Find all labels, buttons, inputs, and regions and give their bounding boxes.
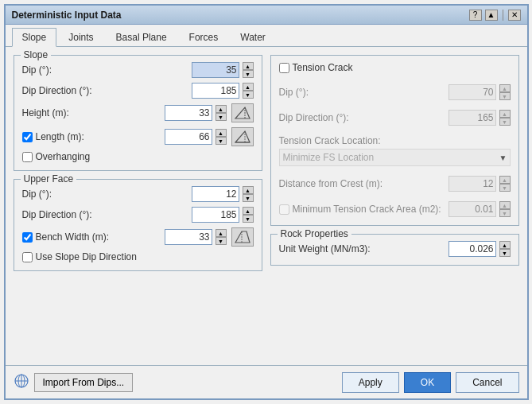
left-panel: Slope Dip (°): ▲ ▼ Dip Direction (°): — [14, 55, 262, 360]
cancel-button[interactable]: Cancel — [456, 372, 518, 393]
slope-dip-up[interactable]: ▲ — [243, 62, 254, 70]
slope-dip-dir-spinner: ▲ ▼ — [243, 83, 254, 99]
slope-length-input[interactable] — [165, 129, 212, 145]
slope-height-input[interactable] — [165, 105, 212, 121]
ok-button[interactable]: OK — [404, 372, 451, 393]
use-slope-dip-text: Use Slope Dip Direction — [36, 251, 137, 262]
tc-dip-down[interactable]: ▼ — [499, 92, 511, 100]
upper-dip-label: Dip (°): — [22, 188, 192, 200]
slope-dip-row: Dip (°): ▲ ▼ — [22, 62, 254, 78]
bench-width-checkbox[interactable] — [22, 232, 33, 243]
tab-slope[interactable]: Slope — [12, 28, 57, 47]
upper-face-group: Upper Face Dip (°): ▲ ▼ Dip Direction (°… — [14, 179, 262, 271]
slope-dip-dir-input[interactable] — [192, 83, 239, 99]
upper-face-title: Upper Face — [21, 173, 77, 185]
slope-dip-input-wrap: ▲ ▼ — [192, 62, 254, 78]
tc-dip-dir-spinner: ▲ ▼ — [499, 110, 511, 126]
upper-dip-row: Dip (°): ▲ ▼ — [22, 186, 254, 202]
tc-min-area-wrap: ▲ ▼ — [449, 201, 511, 217]
slope-dip-input[interactable] — [192, 62, 239, 78]
tc-min-area-checkbox[interactable] — [279, 204, 289, 215]
slope-dip-dir-up[interactable]: ▲ — [243, 83, 254, 91]
tc-min-area-check-label[interactable]: Minimum Tension Crack Area (m2): — [279, 204, 449, 215]
bench-width-row: Bench Width (m): ▲ ▼ — [22, 227, 254, 247]
tc-min-area-down[interactable]: ▼ — [499, 209, 511, 217]
overhanging-checkbox[interactable] — [22, 152, 33, 162]
overhanging-check-label[interactable]: Overhanging — [22, 151, 91, 162]
tension-crack-checkbox[interactable] — [279, 63, 289, 73]
bench-width-up[interactable]: ▲ — [216, 229, 227, 237]
svg-marker-2 — [235, 131, 250, 142]
slope-length-wrap: ▲ ▼ — [165, 127, 254, 146]
tab-water[interactable]: Water — [230, 28, 276, 46]
slope-height-diagram[interactable] — [231, 103, 254, 122]
slope-length-up[interactable]: ▲ — [216, 129, 227, 137]
tc-min-area-input[interactable] — [449, 201, 496, 217]
upper-dip-dir-label: Dip Direction (°): — [22, 209, 192, 220]
unit-weight-up[interactable]: ▲ — [499, 241, 511, 249]
import-button[interactable]: Import From Dips... — [34, 373, 134, 392]
tab-basal-plane[interactable]: Basal Plane — [106, 28, 177, 46]
unit-weight-down[interactable]: ▼ — [499, 249, 511, 257]
bench-width-label: Bench Width (m): — [36, 231, 110, 243]
help-button[interactable]: ? — [469, 10, 482, 21]
upper-dip-input[interactable] — [192, 186, 239, 202]
slope-length-check-label[interactable]: Length (m): — [22, 131, 165, 142]
slope-height-row: Height (m): ▲ ▼ — [22, 103, 254, 122]
tc-location-row: Tension Crack Location: Minimize FS Loca… — [279, 135, 511, 166]
upper-dip-dir-spinner: ▲ ▼ — [243, 207, 254, 223]
slope-length-checkbox[interactable] — [22, 132, 33, 142]
use-slope-dip-label[interactable]: Use Slope Dip Direction — [22, 251, 137, 262]
tc-dip-dir-label: Dip Direction (°): — [279, 112, 449, 123]
upper-dip-dir-down[interactable]: ▼ — [243, 215, 254, 223]
tc-min-area-spinner: ▲ ▼ — [499, 201, 511, 217]
bench-width-down[interactable]: ▼ — [216, 237, 227, 245]
bench-diagram[interactable] — [231, 227, 254, 247]
slope-dip-dir-down[interactable]: ▼ — [243, 91, 254, 99]
tc-dip-input[interactable] — [449, 84, 496, 100]
footer-left: Import From Dips... — [14, 373, 134, 392]
unit-weight-spinner: ▲ ▼ — [499, 241, 511, 257]
bench-width-input[interactable] — [165, 229, 212, 245]
slope-group: Slope Dip (°): ▲ ▼ Dip Direction (°): — [14, 55, 262, 171]
close-button[interactable]: ✕ — [508, 10, 521, 21]
tc-dip-dir-input[interactable] — [449, 110, 496, 126]
upper-dip-down[interactable]: ▼ — [243, 194, 254, 202]
tc-dip-dir-down[interactable]: ▼ — [499, 118, 511, 126]
tc-location-select[interactable]: Minimize FS Location — [279, 149, 511, 166]
rock-properties-group: Rock Properties Unit Weight (MN/m3): ▲ ▼ — [270, 234, 519, 266]
main-content: Slope Dip (°): ▲ ▼ Dip Direction (°): — [6, 47, 527, 368]
slope-dip-down[interactable]: ▼ — [243, 70, 254, 78]
slope-height-down[interactable]: ▼ — [216, 113, 227, 121]
bench-width-check-label[interactable]: Bench Width (m): — [22, 231, 165, 243]
upper-dip-dir-up[interactable]: ▲ — [243, 207, 254, 215]
slope-dip-dir-wrap: ▲ ▼ — [192, 83, 254, 99]
unit-weight-input[interactable] — [449, 241, 496, 257]
use-slope-dip-checkbox[interactable] — [22, 252, 33, 262]
tc-dip-up[interactable]: ▲ — [499, 84, 511, 92]
slope-length-down[interactable]: ▼ — [216, 137, 227, 145]
apply-button[interactable]: Apply — [342, 372, 399, 393]
slope-length-diagram[interactable] — [231, 127, 254, 146]
unit-weight-row: Unit Weight (MN/m3): ▲ ▼ — [279, 241, 511, 257]
unit-weight-label: Unit Weight (MN/m3): — [279, 243, 449, 254]
tc-min-area-up[interactable]: ▲ — [499, 201, 511, 209]
slope-group-title: Slope — [21, 49, 52, 60]
svg-marker-0 — [235, 107, 250, 118]
tc-distance-down[interactable]: ▼ — [499, 184, 511, 192]
tc-dip-dir-up[interactable]: ▲ — [499, 110, 511, 118]
tc-location-label: Tension Crack Location: — [279, 135, 381, 146]
upper-dip-up[interactable]: ▲ — [243, 186, 254, 194]
upper-dip-dir-input[interactable] — [192, 207, 239, 223]
tc-distance-up[interactable]: ▲ — [499, 176, 511, 184]
slope-height-up[interactable]: ▲ — [216, 105, 227, 113]
tension-crack-check-label[interactable]: Tension Crack — [279, 62, 353, 73]
slope-height-label: Height (m): — [22, 107, 165, 118]
minimize-button[interactable]: ▲ — [485, 10, 498, 21]
tab-joints[interactable]: Joints — [58, 28, 103, 46]
tc-distance-input[interactable] — [449, 176, 496, 192]
tab-forces[interactable]: Forces — [179, 28, 229, 46]
tc-location-dropdown-wrap: Minimize FS Location ▼ — [279, 149, 511, 166]
slope-dip-label: Dip (°): — [22, 64, 192, 76]
window-title: Deterministic Input Data — [12, 10, 122, 21]
